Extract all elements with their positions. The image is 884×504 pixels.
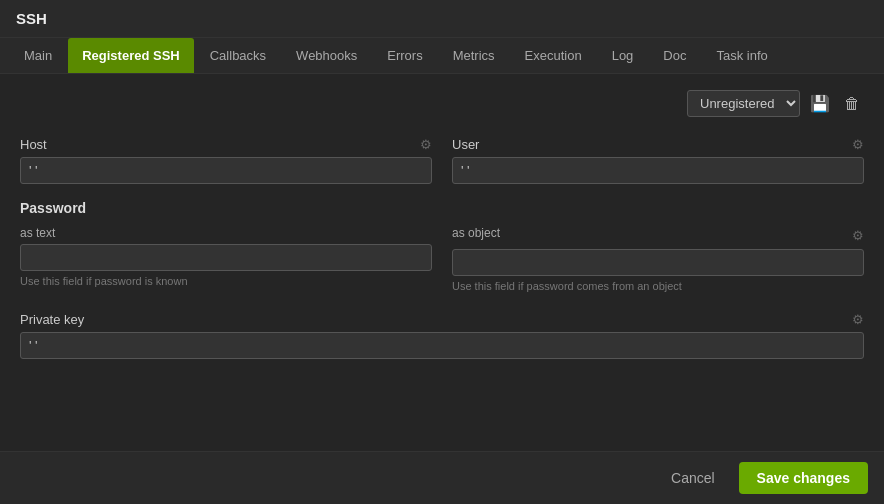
tab-log[interactable]: Log [598,38,648,73]
tab-task-info[interactable]: Task info [702,38,781,73]
password-object-label: as object [452,226,500,240]
save-icon-button[interactable]: 💾 [806,92,834,115]
tab-registered-ssh[interactable]: Registered SSH [68,38,194,73]
password-object-hint: Use this field if password comes from an… [452,280,864,292]
tab-doc[interactable]: Doc [649,38,700,73]
password-object-group: as object ⚙ Use this field if password c… [452,226,864,292]
tab-metrics[interactable]: Metrics [439,38,509,73]
private-key-input[interactable] [20,332,864,359]
status-select[interactable]: Unregistered Registered [687,90,800,117]
cancel-button[interactable]: Cancel [657,464,729,492]
tab-errors[interactable]: Errors [373,38,436,73]
trash-icon: 🗑 [844,95,860,112]
user-label: User [452,137,479,152]
password-text-label: as text [20,226,432,240]
password-text-input[interactable] [20,244,432,271]
password-section-label: Password [20,200,864,216]
save-icon: 💾 [810,95,830,112]
save-changes-button[interactable]: Save changes [739,462,868,494]
delete-icon-button[interactable]: 🗑 [840,93,864,115]
user-input[interactable] [452,157,864,184]
password-row: as text Use this field if password is kn… [20,226,864,292]
private-key-label-row: Private key ⚙ [20,312,864,327]
title-bar: SSH [0,0,884,38]
user-field-group: User ⚙ [452,137,864,184]
host-field-group: Host ⚙ [20,137,432,184]
top-controls: Unregistered Registered 💾 🗑 [20,90,864,117]
password-object-input[interactable] [452,249,864,276]
tab-bar: Main Registered SSH Callbacks Webhooks E… [0,38,884,74]
private-key-gear-icon[interactable]: ⚙ [852,312,864,327]
user-gear-icon[interactable]: ⚙ [852,137,864,152]
host-input[interactable] [20,157,432,184]
footer-bar: Cancel Save changes [0,451,884,504]
password-text-hint: Use this field if password is known [20,275,432,287]
user-label-row: User ⚙ [452,137,864,152]
page-title: SSH [16,10,47,27]
tab-webhooks[interactable]: Webhooks [282,38,371,73]
tab-callbacks[interactable]: Callbacks [196,38,280,73]
private-key-section: Private key ⚙ [20,312,864,359]
password-text-group: as text Use this field if password is kn… [20,226,432,292]
tab-execution[interactable]: Execution [511,38,596,73]
tab-main[interactable]: Main [10,38,66,73]
content-area: Unregistered Registered 💾 🗑 Host ⚙ User … [0,74,884,451]
private-key-label: Private key [20,312,84,327]
password-object-gear-icon[interactable]: ⚙ [852,228,864,243]
password-section: Password as text Use this field if passw… [20,200,864,292]
password-object-label-row: as object ⚙ [452,226,864,244]
host-label: Host [20,137,47,152]
host-label-row: Host ⚙ [20,137,432,152]
host-user-row: Host ⚙ User ⚙ [20,137,864,184]
host-gear-icon[interactable]: ⚙ [420,137,432,152]
